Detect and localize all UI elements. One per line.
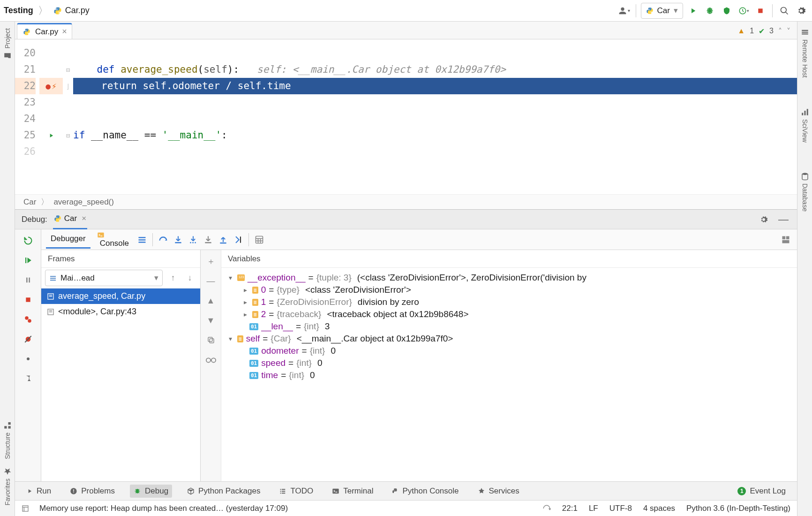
status-pos[interactable]: 22:1	[562, 504, 578, 513]
project-tool-tab[interactable]: Project	[3, 25, 12, 63]
breakpoint-icon[interactable]: ●	[45, 81, 51, 91]
twisty-icon[interactable]: ▸	[241, 298, 249, 306]
pin-icon[interactable]	[22, 372, 35, 385]
status-tools-icon[interactable]	[22, 505, 29, 512]
close-tab-icon[interactable]: ×	[62, 27, 67, 37]
run-gutter-icon[interactable]	[48, 132, 54, 139]
frame-item-0[interactable]: average_speed, Car.py	[41, 288, 200, 304]
code-body[interactable]: def average_speed(self): self: <__main__…	[73, 39, 797, 194]
watch-up-icon[interactable]: ▲	[204, 294, 218, 307]
watch-down-icon[interactable]: ▼	[204, 314, 218, 327]
fold-handle-icon[interactable]: ⊟	[66, 66, 70, 74]
minimize-icon[interactable]: —	[776, 212, 790, 227]
frame-item-1[interactable]: <module>, Car.py:43	[41, 304, 200, 319]
step-into-my-icon[interactable]	[187, 233, 200, 246]
status-eol[interactable]: LF	[589, 504, 598, 513]
search-button[interactable]	[777, 4, 791, 18]
add-watch-icon[interactable]: ＋	[204, 255, 218, 268]
var-len[interactable]: 01 __len__ = {int} 3	[223, 320, 795, 333]
python-console-tab[interactable]: Python Console	[388, 485, 462, 498]
twisty-icon[interactable]: ▸	[241, 311, 249, 318]
remove-watch-icon[interactable]: —	[204, 274, 218, 288]
console-subtab[interactable]: Console	[92, 228, 134, 252]
var-time[interactable]: 01 time = {int} 0	[223, 369, 795, 381]
step-into-icon[interactable]	[172, 233, 185, 246]
var-exc-1[interactable]: ▸ ≡ 1 = {ZeroDivisionError} division by …	[223, 296, 795, 308]
chevron-up-icon[interactable]: ˄	[778, 27, 782, 36]
breadcrumb-project[interactable]: Testing	[4, 6, 33, 15]
resume-icon[interactable]	[22, 254, 35, 267]
packages-tab[interactable]: Python Packages	[183, 485, 264, 498]
status-indent[interactable]: 4 spaces	[643, 504, 675, 513]
editor-tab-car[interactable]: Car.py ×	[17, 23, 72, 39]
status-enc[interactable]: UTF-8	[609, 504, 632, 513]
glasses-icon[interactable]	[204, 353, 218, 366]
var-exception[interactable]: ▾ __exception__ = {tuple: 3} (<class 'Ze…	[223, 272, 795, 284]
fold-end-icon[interactable]: ⌋	[66, 83, 70, 90]
step-over-icon[interactable]	[157, 233, 170, 246]
breadcrumb-file[interactable]: Car.py	[53, 6, 90, 15]
run-button[interactable]	[686, 4, 700, 18]
step-out-icon[interactable]	[217, 233, 230, 246]
next-frame-icon[interactable]: ↓	[183, 272, 196, 285]
run-tab[interactable]: Run	[23, 485, 55, 498]
var-odometer[interactable]: 01 odometer = {int} 0	[223, 345, 795, 357]
terminal-tab[interactable]: Terminal	[328, 485, 377, 498]
evaluate-icon[interactable]	[253, 233, 266, 246]
caret-breadcrumb[interactable]: Car 〉 average_speed()	[15, 194, 797, 209]
mute-breakpoints-icon[interactable]	[22, 333, 35, 346]
user-menu-icon[interactable]: ▾	[617, 4, 631, 18]
problems-tab[interactable]: Problems	[66, 485, 119, 498]
close-icon[interactable]: ×	[82, 214, 86, 223]
todo-tab[interactable]: TODO	[275, 485, 317, 498]
view-breakpoints-icon[interactable]	[22, 313, 35, 326]
inspection-indicators[interactable]: ▲ 1 ✔ 3 ˄ ˅	[737, 23, 797, 39]
more-icon[interactable]	[22, 352, 35, 365]
run-config-selector[interactable]: Car ▾	[641, 3, 683, 19]
layout-icon[interactable]	[779, 233, 792, 246]
var-exc-0[interactable]: ▸ ≡ 0 = {type} <class 'ZeroDivisionError…	[223, 284, 795, 296]
settings-button[interactable]	[794, 4, 808, 18]
svg-point-45	[206, 358, 210, 362]
debug-session-tab[interactable]: Car ×	[53, 210, 87, 229]
copy-icon[interactable]	[204, 334, 218, 347]
debug-tab[interactable]: Debug	[130, 485, 172, 498]
chevron-down-icon[interactable]: ˅	[787, 27, 790, 36]
structure-tool-tab[interactable]: Structure	[3, 418, 12, 462]
fold-handle-icon[interactable]: ⊟	[66, 132, 70, 139]
twisty-icon[interactable]: ▸	[241, 286, 249, 294]
debug-button[interactable]	[703, 4, 717, 18]
coverage-button[interactable]	[720, 4, 734, 18]
status-sync-icon[interactable]	[542, 504, 551, 513]
thread-selector[interactable]: Mai…ead ▾	[45, 270, 163, 286]
svg-point-0	[708, 8, 712, 13]
right-tool-gutter: Remote Host SciView Database	[797, 22, 812, 516]
twisty-icon[interactable]: ▾	[226, 335, 234, 342]
favorites-tool-tab[interactable]: Favorites	[3, 464, 12, 508]
stop-button[interactable]	[753, 4, 767, 18]
svg-rect-49	[74, 492, 74, 493]
run-to-cursor-icon[interactable]	[232, 233, 245, 246]
debug-settings-icon[interactable]	[757, 212, 771, 227]
sciview-tab[interactable]: SciView	[801, 105, 809, 145]
remote-host-tab[interactable]: Remote Host	[801, 25, 809, 81]
threads-icon[interactable]	[135, 233, 149, 246]
svg-rect-51	[280, 489, 281, 490]
var-self[interactable]: ▾ ≡ self = {Car} <__main__.Car object at…	[223, 333, 795, 345]
debugger-subtab[interactable]: Debugger	[46, 230, 90, 249]
var-speed[interactable]: 01 speed = {int} 0	[223, 357, 795, 369]
twisty-icon[interactable]: ▾	[226, 274, 234, 281]
eventlog-tab[interactable]: 1 Event Log	[734, 485, 789, 498]
profile-button[interactable]: ▾	[737, 4, 751, 18]
pause-icon[interactable]	[22, 273, 35, 287]
stop-icon[interactable]	[22, 293, 35, 306]
editor[interactable]: 20 21 22 23 24 25 26 ● ⚡	[15, 39, 797, 194]
status-msg[interactable]: Memory use report: Heap dump has been cr…	[39, 504, 288, 513]
rerun-icon[interactable]	[22, 234, 35, 247]
services-tab[interactable]: Services	[474, 485, 523, 498]
database-tab[interactable]: Database	[801, 169, 809, 214]
var-exc-2[interactable]: ▸ ≡ 2 = {traceback} <traceback object at…	[223, 308, 795, 320]
force-step-into-icon[interactable]	[202, 233, 215, 246]
prev-frame-icon[interactable]: ↑	[166, 272, 180, 285]
status-interp[interactable]: Python 3.6 (In-Depth-Testing)	[686, 504, 790, 513]
